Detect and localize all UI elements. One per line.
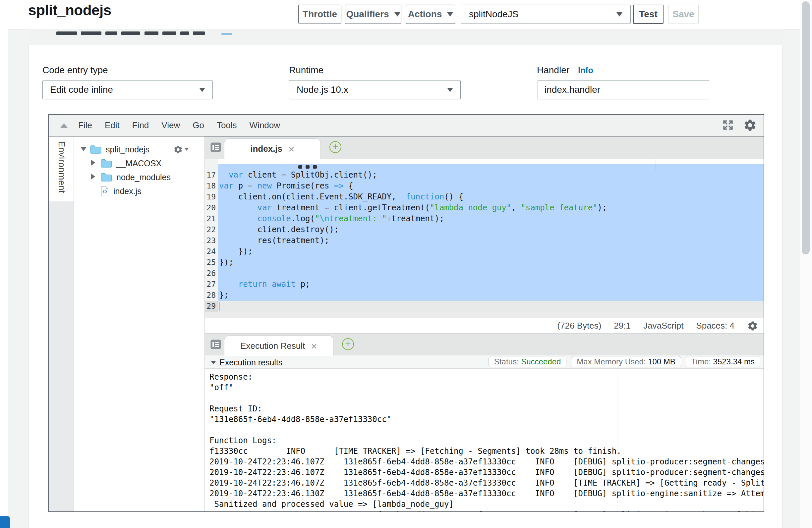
execution-log-pane: Response: "off" Request ID: "131e865f-6e… bbox=[205, 369, 764, 511]
code-line-28[interactable]: }; bbox=[218, 290, 764, 301]
line-number: 22 bbox=[206, 224, 216, 235]
page-scrollbar[interactable] bbox=[800, 0, 812, 528]
new-tab-icon[interactable]: + bbox=[342, 338, 354, 350]
code-line-23[interactable]: res(treatment); bbox=[218, 235, 764, 246]
menu-tools[interactable]: Tools bbox=[217, 120, 237, 131]
tree-item-split-nodejs[interactable]: split_nodejs bbox=[74, 143, 204, 156]
handler-info-link[interactable]: Info bbox=[578, 65, 593, 75]
runtime-value: Node.js 10.x bbox=[296, 85, 348, 95]
tree-item--macosx[interactable]: __MACOSX bbox=[74, 156, 204, 170]
code-text-area[interactable]: var client = SplitObj.client();var p = n… bbox=[218, 159, 764, 312]
close-tab-icon[interactable]: × bbox=[311, 341, 317, 351]
tab-index-js[interactable]: index.js × bbox=[224, 138, 321, 159]
code-line-21[interactable]: console.log("\ntreatment: "+treatment); bbox=[218, 213, 764, 224]
folder-icon bbox=[100, 172, 112, 182]
save-button-label: Save bbox=[672, 9, 694, 19]
file-tree: split_nodejs__MACOSXnode_modulesindex.js bbox=[74, 136, 205, 511]
new-tab-icon[interactable]: + bbox=[330, 141, 342, 153]
result-tabbar: Execution Result × + bbox=[205, 334, 764, 356]
caret-right-icon[interactable] bbox=[91, 174, 99, 181]
close-tab-icon[interactable]: × bbox=[288, 144, 295, 155]
execution-results-header: Execution results Status: SucceededMax M… bbox=[205, 355, 764, 369]
chevron-down-icon bbox=[447, 12, 453, 17]
environment-panel-track bbox=[49, 201, 74, 511]
fullscreen-icon[interactable] bbox=[722, 119, 734, 131]
throttle-button[interactable]: Throttle bbox=[298, 5, 342, 24]
code-line-22[interactable]: client.destroy(); bbox=[218, 224, 764, 235]
collapse-menubar-icon[interactable] bbox=[60, 123, 68, 128]
chevron-down-icon bbox=[617, 12, 622, 17]
save-button[interactable]: Save bbox=[668, 5, 699, 24]
tab-list-icon[interactable] bbox=[210, 339, 221, 350]
code-entry-type-select[interactable]: Edit code inline bbox=[42, 80, 213, 99]
execution-log: Response: "off" Request ID: "131e865f-6e… bbox=[205, 369, 764, 511]
caret-right-icon[interactable] bbox=[91, 160, 99, 167]
code-line-18[interactable]: var p = new Promise(res => { bbox=[218, 180, 764, 191]
runtime-select[interactable]: Node.js 10.x bbox=[289, 80, 461, 99]
statusbar-item[interactable]: Spaces: 4 bbox=[696, 321, 735, 331]
editor-menu-items: FileEditFindViewGoToolsWindow bbox=[78, 115, 280, 136]
partial-corner-widget[interactable] bbox=[0, 516, 10, 528]
tab-list-icon[interactable] bbox=[210, 142, 221, 152]
code-entry-type-label: Code entry type bbox=[42, 65, 108, 75]
test-event-select[interactable]: splitNodeJS bbox=[461, 5, 631, 24]
menu-view[interactable]: View bbox=[161, 120, 180, 131]
line-number: 21 bbox=[206, 213, 216, 224]
code-line-20[interactable]: var treatment = client.getTreatment("lam… bbox=[218, 202, 764, 213]
window-left-gutter bbox=[0, 0, 8, 528]
menu-edit[interactable]: Edit bbox=[105, 120, 120, 131]
folder-icon bbox=[99, 172, 112, 182]
code-line-19[interactable]: client.on(client.Event.SDK_READY, functi… bbox=[218, 191, 764, 202]
statusbar-item[interactable]: JavaScript bbox=[643, 321, 683, 331]
tab-index-js-label: index.js bbox=[250, 144, 282, 154]
handler-input[interactable] bbox=[538, 80, 709, 99]
menu-find[interactable]: Find bbox=[132, 120, 149, 131]
line-number-gutter: 17181920212223242526272829 bbox=[205, 159, 218, 312]
editor-hscrollbar[interactable] bbox=[205, 312, 764, 318]
actions-button-label: Actions bbox=[408, 9, 442, 19]
qualifiers-button[interactable]: Qualifiers bbox=[345, 5, 401, 24]
line-number: 24 bbox=[206, 246, 216, 257]
tree-item-node-modules[interactable]: node_modules bbox=[74, 170, 204, 184]
tree-item-label: index.js bbox=[113, 187, 142, 196]
code-line-26[interactable] bbox=[218, 268, 764, 279]
caret-down-icon[interactable] bbox=[81, 146, 88, 152]
code-line-27[interactable]: return await p; bbox=[218, 279, 764, 290]
tree-settings-gear-icon[interactable] bbox=[173, 145, 189, 155]
file-icon bbox=[99, 186, 110, 196]
folder-icon bbox=[90, 144, 102, 155]
collapse-results-icon[interactable] bbox=[211, 361, 216, 364]
folder-icon bbox=[88, 144, 102, 155]
menu-window[interactable]: Window bbox=[249, 120, 280, 131]
code-line-29[interactable] bbox=[218, 301, 764, 312]
line-number: 19 bbox=[206, 191, 216, 202]
runtime-label: Runtime bbox=[289, 65, 323, 75]
statusbar-item[interactable]: 29:1 bbox=[614, 321, 631, 331]
chevron-down-icon bbox=[447, 88, 453, 92]
environment-panel-tab[interactable]: Environment bbox=[49, 136, 74, 201]
page-scrollbar-thumb[interactable] bbox=[802, 1, 810, 254]
menu-go[interactable]: Go bbox=[192, 120, 204, 131]
line-number: 29 bbox=[206, 301, 216, 312]
folder-icon bbox=[99, 158, 112, 168]
actions-button[interactable]: Actions bbox=[406, 5, 455, 24]
clipped-section-heading bbox=[28, 29, 783, 45]
tab-execution-result[interactable]: Execution Result × bbox=[224, 336, 333, 356]
line-number: 27 bbox=[206, 279, 216, 290]
editor-statusbar: (726 Bytes)29:1JavaScriptSpaces: 4 bbox=[205, 318, 764, 334]
code-line-25[interactable]: }); bbox=[218, 257, 764, 268]
tree-item-index-js[interactable]: index.js bbox=[74, 184, 204, 198]
code-line-24[interactable]: }); bbox=[218, 246, 764, 257]
test-event-value: splitNodeJS bbox=[469, 9, 518, 19]
folder-icon bbox=[100, 158, 112, 168]
statusbar-item[interactable]: (726 Bytes) bbox=[557, 321, 601, 331]
tree-item-label: split_nodejs bbox=[106, 145, 149, 155]
text-cursor bbox=[219, 302, 219, 311]
menu-file[interactable]: File bbox=[78, 120, 92, 131]
editor-preferences-gear-icon[interactable] bbox=[743, 118, 757, 132]
statusbar-gear-icon[interactable] bbox=[747, 320, 758, 332]
chevron-down-icon bbox=[199, 88, 205, 92]
test-button[interactable]: Test bbox=[633, 5, 664, 24]
code-line-17[interactable]: var client = SplitObj.client(); bbox=[218, 170, 764, 180]
print-margin-line bbox=[617, 369, 618, 511]
